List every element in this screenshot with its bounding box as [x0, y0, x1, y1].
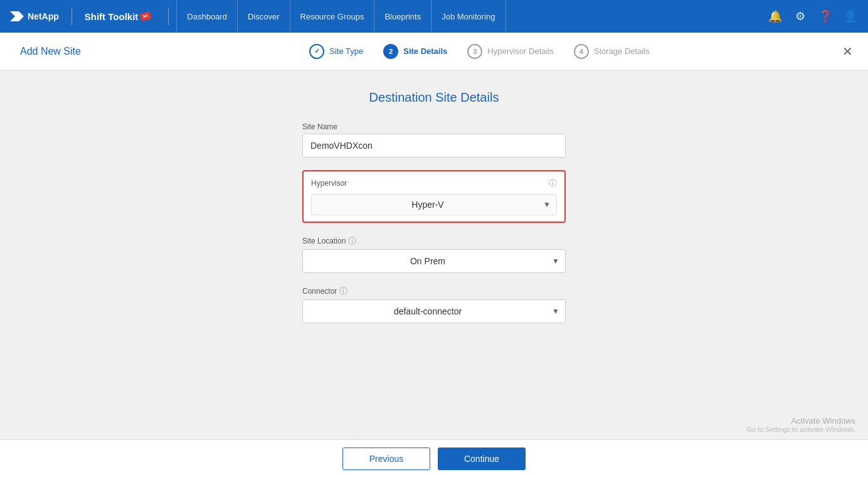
nav-links: Dashboard Discover Resource Groups Bluep… — [176, 0, 768, 33]
page-title: Add New Site — [20, 46, 81, 57]
netapp-label: NetApp — [28, 11, 59, 21]
step-site-details[interactable]: 2 Site Details — [383, 44, 447, 59]
bottom-bar: Previous Continue — [0, 439, 868, 477]
help-icon[interactable]: ❓ — [818, 9, 833, 24]
shift-toolkit-label: Shift Toolkit ✂ — [85, 11, 151, 22]
form-container: Destination Site Details Site Name Hyper… — [302, 90, 566, 336]
hypervisor-info-icon[interactable]: ⓘ — [549, 178, 557, 189]
gear-icon[interactable]: ⚙ — [793, 9, 808, 24]
step-label-1: Site Type — [329, 46, 363, 56]
watermark-line1: Activate Windows — [746, 416, 855, 426]
sidebar-item-discover[interactable]: Discover — [238, 0, 290, 33]
step-circle-3: 3 — [467, 44, 482, 59]
previous-button[interactable]: Previous — [342, 448, 430, 470]
step-storage-details[interactable]: 4 Storage Details — [574, 44, 650, 59]
netapp-logo: NetApp — [10, 11, 59, 21]
step-hypervisor-details[interactable]: 3 Hypervisor Details — [467, 44, 553, 59]
sidebar-item-blueprints[interactable]: Blueprints — [374, 0, 431, 33]
brand: NetApp Shift Toolkit ✂ — [10, 8, 151, 25]
connector-select[interactable]: default-connector — [302, 299, 566, 323]
connector-label: Connector ⓘ — [302, 286, 566, 297]
nav-divider — [71, 8, 72, 25]
watermark-line2: Go to Settings to activate Windows. — [746, 426, 855, 433]
site-location-label: Site Location ⓘ — [302, 235, 566, 247]
svg-marker-0 — [10, 11, 24, 21]
navbar: NetApp Shift Toolkit ✂ Dashboard Discove… — [0, 0, 868, 33]
site-location-select[interactable]: On Prem Cloud — [302, 249, 566, 273]
user-icon[interactable]: 👤 — [843, 9, 858, 24]
connector-select-wrapper: default-connector ▼ — [302, 299, 566, 323]
site-location-group: Site Location ⓘ On Prem Cloud ▼ — [302, 235, 566, 273]
hypervisor-group: Hypervisor ⓘ Hyper-V VMware KVM ▼ — [302, 170, 566, 223]
step-circle-4: 4 — [574, 44, 589, 59]
main-content: Destination Site Details Site Name Hyper… — [0, 70, 868, 477]
step-site-type[interactable]: ✓ Site Type — [309, 44, 363, 59]
site-location-info-icon[interactable]: ⓘ — [348, 235, 356, 247]
hypervisor-label: Hypervisor — [311, 179, 347, 188]
site-location-select-wrapper: On Prem Cloud ▼ — [302, 249, 566, 273]
continue-button[interactable]: Continue — [438, 448, 526, 470]
site-name-input[interactable] — [302, 134, 566, 158]
windows-watermark: Activate Windows Go to Settings to activ… — [746, 416, 855, 433]
sidebar-item-dashboard[interactable]: Dashboard — [176, 0, 238, 33]
hypervisor-select[interactable]: Hyper-V VMware KVM — [311, 194, 557, 215]
hypervisor-label-row: Hypervisor ⓘ — [311, 178, 557, 189]
step-label-2: Site Details — [403, 46, 447, 56]
site-name-label: Site Name — [302, 122, 566, 131]
connector-group: Connector ⓘ default-connector ▼ — [302, 286, 566, 323]
step-bar: Add New Site ✓ Site Type 2 Site Details … — [0, 33, 868, 70]
toolkit-badge: ✂ — [140, 11, 152, 21]
site-name-group: Site Name — [302, 122, 566, 158]
netapp-icon — [10, 11, 24, 21]
brand-nav-divider — [168, 8, 169, 25]
steps-container: ✓ Site Type 2 Site Details 3 Hypervisor … — [111, 44, 848, 59]
hypervisor-select-wrapper: Hyper-V VMware KVM ▼ — [311, 194, 557, 215]
sidebar-item-resource-groups[interactable]: Resource Groups — [290, 0, 375, 33]
nav-actions: 🔔 ⚙ ❓ 👤 — [768, 9, 858, 24]
step-label-4: Storage Details — [594, 46, 650, 56]
bell-icon[interactable]: 🔔 — [768, 9, 783, 24]
sidebar-item-job-monitoring[interactable]: Job Monitoring — [431, 0, 505, 33]
close-button[interactable]: ✕ — [842, 44, 853, 59]
step-label-3: Hypervisor Details — [487, 46, 553, 56]
step-circle-1: ✓ — [309, 44, 324, 59]
connector-info-icon[interactable]: ⓘ — [339, 286, 347, 297]
form-title: Destination Site Details — [302, 90, 566, 105]
step-circle-2: 2 — [383, 44, 398, 59]
